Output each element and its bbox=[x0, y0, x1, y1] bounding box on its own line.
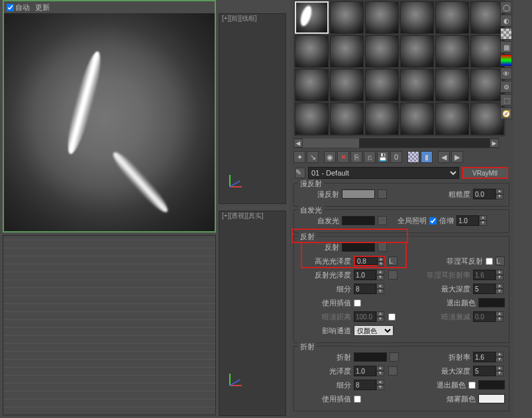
fog-color-swatch[interactable] bbox=[478, 394, 505, 403]
hilight-lock-button[interactable]: L bbox=[388, 256, 398, 266]
uv-tiling-icon[interactable]: ▦ bbox=[500, 41, 512, 53]
selfillum-map-button[interactable] bbox=[378, 216, 387, 225]
ior-spinner[interactable]: ▲▼ bbox=[473, 352, 505, 362]
sample-slot[interactable] bbox=[435, 103, 469, 135]
material-name-dropdown[interactable]: 01 - Default bbox=[308, 167, 459, 179]
background-icon[interactable] bbox=[500, 28, 512, 40]
fresnel-ior-spinner[interactable]: ▲▼ bbox=[473, 270, 505, 280]
sample-slot[interactable] bbox=[400, 103, 434, 135]
mtl-map-nav-icon[interactable]: 🧭 bbox=[500, 107, 512, 119]
refl-maxdepth-spinner[interactable]: ▲▼ bbox=[473, 284, 505, 294]
refl-useinterp-checkbox[interactable] bbox=[354, 299, 361, 307]
select-by-mat-icon[interactable]: ⬚ bbox=[500, 94, 512, 106]
pick-material-icon[interactable]: ✎ bbox=[295, 168, 305, 178]
make-unique-icon[interactable]: ⎌ bbox=[364, 151, 376, 163]
refl-maxdepth-label: 最大深度 bbox=[441, 284, 470, 294]
fresnel-lock-button[interactable]: L bbox=[496, 256, 505, 266]
show-in-vp-icon[interactable] bbox=[407, 151, 419, 163]
dimfall-spinner[interactable]: ▲▼ bbox=[473, 311, 505, 322]
refr-exitcolor-checkbox[interactable] bbox=[468, 382, 476, 389]
reset-map-icon[interactable]: ✕ bbox=[337, 151, 349, 163]
sample-slot[interactable] bbox=[365, 69, 399, 101]
mtl-id-icon[interactable]: 0 bbox=[390, 151, 402, 163]
refl-subdiv-spinner[interactable]: ▲▼ bbox=[354, 284, 386, 294]
put-to-lib-icon[interactable]: 💾 bbox=[377, 151, 389, 163]
refr-subdiv-spinner[interactable]: ▲▼ bbox=[354, 380, 386, 390]
fog-label: 烟雾颜色 bbox=[447, 394, 476, 404]
sample-slot[interactable] bbox=[470, 1, 504, 34]
selfillum-color-swatch[interactable] bbox=[342, 216, 375, 225]
viewport-front[interactable]: [+][前][线框] bbox=[219, 13, 286, 204]
viewport-grid[interactable] bbox=[3, 235, 216, 415]
get-material-icon[interactable]: ✦ bbox=[293, 151, 305, 163]
auto-checkbox[interactable]: 自动 bbox=[7, 3, 30, 13]
preview-icon[interactable]: 👁 bbox=[500, 68, 512, 79]
refr-gloss-spinner[interactable]: ▲▼ bbox=[354, 366, 386, 376]
dimdist-label: 暗淡距离 bbox=[298, 312, 351, 322]
material-type-button[interactable]: VRayMtl bbox=[462, 167, 508, 179]
sample-slot[interactable] bbox=[330, 103, 364, 135]
assign-to-sel-icon[interactable]: ◉ bbox=[324, 151, 336, 163]
refl-gloss-map-button[interactable] bbox=[388, 270, 398, 280]
viewport-perspective[interactable]: [+][透视][真实] bbox=[219, 211, 286, 416]
refract-map-button[interactable] bbox=[390, 352, 399, 362]
hilight-gloss-spinner[interactable]: ▲▼ bbox=[354, 256, 386, 266]
refl-exitcolor-swatch[interactable] bbox=[478, 298, 505, 307]
put-to-scene-icon[interactable]: ↘ bbox=[307, 151, 319, 163]
sample-slot[interactable] bbox=[365, 35, 399, 68]
sample-type-icon[interactable]: ◯ bbox=[500, 1, 512, 13]
mult-label: 倍增 bbox=[439, 216, 454, 226]
refr-exitcolor-swatch[interactable] bbox=[478, 380, 505, 390]
go-parent-icon[interactable]: ◀ bbox=[438, 151, 450, 163]
sample-slot[interactable] bbox=[295, 69, 329, 101]
backlight-icon[interactable]: ◐ bbox=[500, 15, 512, 26]
go-forward-icon[interactable]: ▶ bbox=[451, 151, 463, 163]
reflect-title: 反射 bbox=[298, 232, 317, 242]
show-end-result-icon[interactable]: ▮ bbox=[421, 151, 433, 163]
reflect-map-button[interactable] bbox=[378, 242, 387, 252]
dimdist-checkbox[interactable] bbox=[388, 313, 396, 321]
refr-useinterp-checkbox[interactable] bbox=[354, 395, 361, 403]
reflect-section: 反射 反射 高光光泽度 ▲▼ L 菲涅耳反射 L 反射光泽度 ▲▼ 菲涅耳折射率… bbox=[293, 236, 509, 343]
sample-slot[interactable] bbox=[400, 1, 434, 34]
sample-slot[interactable] bbox=[470, 103, 504, 135]
sample-slot[interactable] bbox=[295, 35, 329, 68]
sample-slot[interactable] bbox=[330, 1, 364, 34]
options-icon[interactable]: ⚙ bbox=[500, 81, 512, 93]
refl-gloss-spinner[interactable]: ▲▼ bbox=[354, 270, 386, 280]
reflect-color-swatch[interactable] bbox=[342, 242, 375, 252]
sample-slot[interactable] bbox=[365, 1, 399, 34]
make-copy-icon[interactable]: ⎘ bbox=[350, 151, 362, 163]
gi-checkbox[interactable] bbox=[429, 217, 437, 225]
sample-slot[interactable] bbox=[330, 35, 364, 68]
sample-slot[interactable] bbox=[470, 69, 504, 101]
sample-slot[interactable] bbox=[330, 69, 364, 101]
diffuse-map-button[interactable] bbox=[378, 189, 387, 199]
diffuse-color-swatch[interactable] bbox=[342, 189, 375, 199]
refr-useinterp-label: 使用插值 bbox=[298, 394, 351, 404]
sample-hscroll[interactable]: ◄► bbox=[293, 138, 499, 148]
sample-slot[interactable] bbox=[295, 103, 329, 135]
refr-gloss-map-button[interactable] bbox=[388, 366, 398, 376]
refr-maxdepth-spinner[interactable]: ▲▼ bbox=[473, 366, 505, 376]
fresnel-checkbox[interactable] bbox=[486, 258, 493, 265]
roughness-spinner[interactable]: ▲▼ bbox=[473, 189, 505, 199]
sample-slot[interactable] bbox=[470, 35, 504, 68]
sample-slot[interactable] bbox=[435, 35, 469, 68]
selfillum-label: 自发光 bbox=[298, 216, 339, 226]
sample-slot[interactable] bbox=[295, 1, 329, 34]
preview-header: 自动 更新 bbox=[4, 1, 215, 13]
refract-label: 折射 bbox=[298, 352, 351, 362]
refract-color-swatch[interactable] bbox=[354, 352, 387, 362]
video-check-icon[interactable] bbox=[500, 54, 512, 66]
sample-slot[interactable] bbox=[435, 69, 469, 101]
dimdist-spinner[interactable]: ▲▼ bbox=[354, 311, 386, 322]
mult-spinner[interactable]: ▲▼ bbox=[456, 215, 488, 226]
sample-slot[interactable] bbox=[435, 1, 469, 34]
update-button[interactable]: 更新 bbox=[35, 3, 50, 13]
affect-channels-label: 影响通道 bbox=[298, 326, 351, 336]
sample-slot[interactable] bbox=[400, 69, 434, 101]
sample-slot[interactable] bbox=[400, 35, 434, 68]
sample-slot[interactable] bbox=[365, 103, 399, 135]
affect-channels-dropdown[interactable]: 仅颜色 bbox=[354, 325, 394, 336]
